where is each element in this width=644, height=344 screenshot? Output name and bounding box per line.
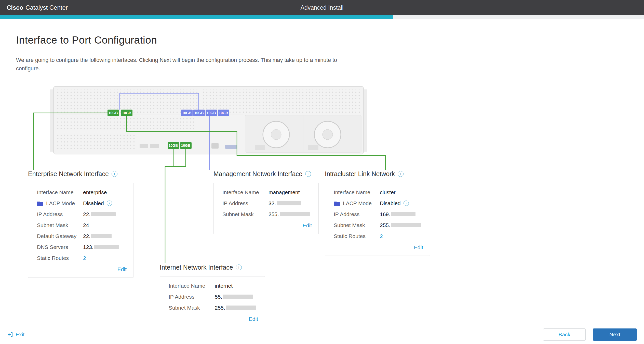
rj45-port <box>211 143 219 149</box>
redacted-value <box>226 306 256 310</box>
lacp-bond-icon <box>37 201 44 206</box>
svg-text:10GB: 10GB <box>194 111 204 115</box>
detail-row-dns-servers: DNS Servers 123. <box>37 244 127 250</box>
svg-text:10GB: 10GB <box>219 111 228 115</box>
detail-row-ip-address: IP Address 32. <box>222 200 312 206</box>
detail-row-ip-address: IP Address 169. <box>334 211 424 217</box>
field-value: enterprise <box>83 189 107 195</box>
info-icon[interactable]: i <box>305 171 311 177</box>
static-routes-link[interactable]: 2 <box>83 255 86 261</box>
enterprise-port-badge: 10GB <box>121 110 132 116</box>
redacted-value <box>391 223 421 227</box>
exit-link[interactable]: Exit <box>7 332 24 338</box>
app-logo: CiscoCatalyst Center <box>7 4 68 11</box>
field-value: 22. <box>83 233 112 239</box>
detail-row-subnet-mask: Subnet Mask 255. <box>334 222 424 228</box>
detail-row-interface-name: Interface Name cluster <box>334 189 424 195</box>
card-title-text: Enterprise Network Interface <box>28 170 109 178</box>
detail-row-subnet-mask: Subnet Mask 24 <box>37 222 127 228</box>
field-value: 22. <box>83 211 116 217</box>
detail-row-ip-address: IP Address 22. <box>37 211 127 217</box>
detail-row-subnet-mask: Subnet Mask 255. <box>222 211 312 217</box>
field-label: Interface Name <box>37 189 83 195</box>
internet-port-badge: 10GB <box>180 142 192 149</box>
svg-text:10GB: 10GB <box>182 111 192 115</box>
top-bar: CiscoCatalyst Center Advanced Install <box>0 0 644 15</box>
field-value: 24 <box>83 222 89 228</box>
detail-row-lacp-mode: LACP Mode Disabled i <box>37 200 127 206</box>
enterprise-details-card: Interface Name enterprise LACP Mode Disa… <box>28 183 133 278</box>
brand-product: Catalyst Center <box>25 4 68 11</box>
internet-port-badge: 10GB <box>168 142 179 149</box>
next-button[interactable]: Next <box>593 328 637 341</box>
info-icon[interactable]: i <box>404 201 409 206</box>
enterprise-line <box>33 113 108 170</box>
field-value: internet <box>215 283 233 289</box>
edit-link[interactable]: Edit <box>414 244 423 250</box>
card-title-text: Management Network Interface <box>213 170 302 178</box>
psu-fan-1 <box>263 121 289 148</box>
edit-link[interactable]: Edit <box>249 316 258 322</box>
wizard-context-title: Advanced Install <box>301 4 344 11</box>
detail-row-default-gateway: Default Gateway 22. <box>37 233 127 239</box>
field-label: IP Address <box>37 211 83 217</box>
internet-interface-section: Internet Network Interface i Interface N… <box>160 264 265 326</box>
edit-row: Edit <box>169 315 259 323</box>
management-details-card: Interface Name management IP Address 32.… <box>213 183 319 234</box>
static-routes-link[interactable]: 2 <box>380 233 383 239</box>
redacted-value <box>223 295 253 299</box>
detail-row-static-routes: Static Routes 2 <box>334 233 424 239</box>
field-label: IP Address <box>222 200 269 206</box>
port-badges: 10GB 10GB 10GB 10GB 10GB 10GB 10GB 10GB <box>108 110 229 149</box>
detail-row-interface-name: Interface Name internet <box>169 283 259 289</box>
field-label: Interface Name <box>334 189 380 195</box>
info-icon[interactable]: i <box>236 264 242 270</box>
management-port-badge: 10GB <box>181 110 193 116</box>
progress-fill <box>0 15 393 19</box>
card-title: Intracluster Link Network i <box>325 170 430 178</box>
info-icon[interactable]: i <box>398 171 404 177</box>
field-value: 255. <box>269 211 310 217</box>
svg-text:10GB: 10GB <box>181 143 191 148</box>
field-value: 169. <box>380 211 415 217</box>
psu-fan-2 <box>314 121 341 148</box>
svg-text:10GB: 10GB <box>207 111 216 115</box>
edit-link[interactable]: Edit <box>117 266 127 272</box>
card-title-text: Intracluster Link Network <box>325 170 395 178</box>
svg-text:10GB: 10GB <box>122 111 131 115</box>
field-label: Static Routes <box>37 255 83 261</box>
progress-track <box>0 15 644 19</box>
field-value: 255. <box>215 305 256 311</box>
internet-details-card: Interface Name internet IP Address 55. S… <box>160 276 265 326</box>
management-interface-section: Management Network Interface i Interface… <box>213 170 319 234</box>
back-button[interactable]: Back <box>543 328 586 341</box>
field-label: Subnet Mask <box>334 222 380 228</box>
detail-row-static-routes: Static Routes 2 <box>37 255 127 261</box>
vga-port <box>225 145 237 149</box>
svg-text:10GB: 10GB <box>109 111 118 115</box>
redacted-value <box>91 212 116 216</box>
intracluster-link-section: Intracluster Link Network i Interface Na… <box>325 170 430 256</box>
redacted-value <box>277 201 301 205</box>
edit-row: Edit <box>222 222 312 231</box>
edit-link[interactable]: Edit <box>303 222 312 228</box>
field-value: 123. <box>83 244 119 250</box>
field-label: LACP Mode <box>37 200 83 206</box>
info-icon[interactable]: i <box>107 201 112 206</box>
brand-cisco: Cisco <box>7 4 23 11</box>
page-title: Interface to Port Configuration <box>16 34 157 46</box>
field-label: IP Address <box>169 294 215 300</box>
info-icon[interactable]: i <box>112 171 117 177</box>
detail-row-interface-name: Interface Name enterprise <box>37 189 127 195</box>
server-chassis <box>50 86 367 154</box>
field-value: 32. <box>269 200 301 206</box>
redacted-value <box>280 212 310 216</box>
card-title: Enterprise Network Interface i <box>28 170 133 178</box>
exit-icon <box>7 332 13 338</box>
detail-row-interface-name: Interface Name management <box>222 189 312 195</box>
redacted-value <box>391 212 415 216</box>
svg-text:10GB: 10GB <box>169 143 178 148</box>
detail-row-lacp-mode: LACP Mode Disabled i <box>334 200 424 206</box>
intracluster-details-card: Interface Name cluster LACP Mode Disable… <box>325 183 430 256</box>
field-value: 55. <box>215 294 253 300</box>
